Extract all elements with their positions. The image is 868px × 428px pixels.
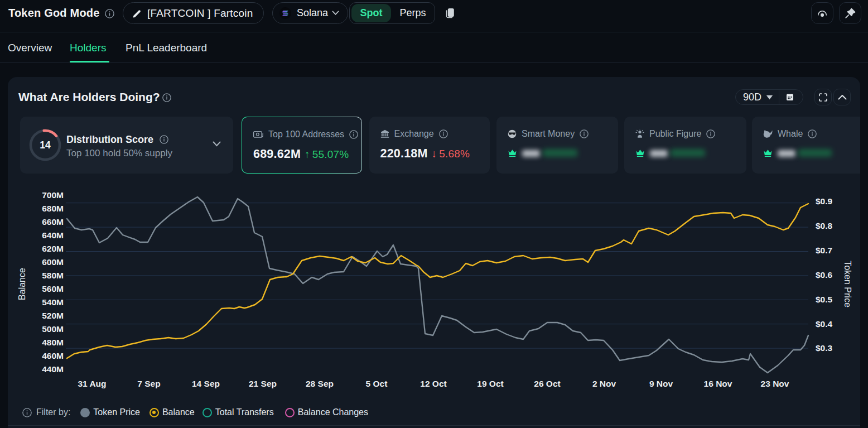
svg-text:31 Aug: 31 Aug	[78, 379, 106, 388]
svg-text:21 Sep: 21 Sep	[249, 379, 277, 388]
svg-text:560M: 560M	[42, 284, 64, 294]
svg-text:$0.4: $0.4	[816, 319, 833, 329]
svg-text:2 Nov: 2 Nov	[592, 379, 616, 388]
svg-text:14 Sep: 14 Sep	[192, 379, 220, 388]
svg-text:$0.7: $0.7	[816, 246, 832, 255]
svg-text:Token Price: Token Price	[843, 261, 852, 307]
svg-text:14: 14	[40, 140, 51, 151]
svg-text:$0.9: $0.9	[816, 196, 833, 206]
svg-text:480M: 480M	[42, 338, 64, 347]
svg-text:19 Oct: 19 Oct	[477, 379, 503, 388]
svg-text:23 Nov: 23 Nov	[761, 379, 789, 388]
svg-text:26 Oct: 26 Oct	[534, 379, 560, 388]
svg-text:$0.8: $0.8	[816, 221, 833, 230]
svg-text:700M: 700M	[42, 190, 64, 200]
svg-text:5 Oct: 5 Oct	[366, 379, 388, 388]
svg-text:520M: 520M	[42, 311, 64, 320]
svg-text:28 Sep: 28 Sep	[306, 379, 334, 388]
svg-text:440M: 440M	[42, 364, 64, 374]
svg-text:640M: 640M	[42, 230, 64, 240]
svg-text:7 Sep: 7 Sep	[137, 379, 160, 388]
svg-text:540M: 540M	[42, 297, 64, 307]
svg-text:620M: 620M	[42, 244, 64, 253]
svg-text:460M: 460M	[42, 351, 64, 360]
svg-text:680M: 680M	[42, 204, 64, 213]
svg-text:580M: 580M	[42, 271, 64, 280]
svg-text:$0.6: $0.6	[816, 270, 833, 280]
svg-text:$0.3: $0.3	[816, 343, 833, 353]
svg-text:Balance: Balance	[17, 268, 27, 300]
svg-text:16 Nov: 16 Nov	[704, 379, 732, 388]
svg-text:9 Nov: 9 Nov	[649, 379, 673, 388]
svg-text:$0.5: $0.5	[816, 295, 833, 304]
svg-text:12 Oct: 12 Oct	[420, 379, 446, 388]
svg-text:600M: 600M	[42, 257, 64, 267]
svg-text:660M: 660M	[42, 217, 64, 227]
svg-text:500M: 500M	[42, 324, 64, 334]
